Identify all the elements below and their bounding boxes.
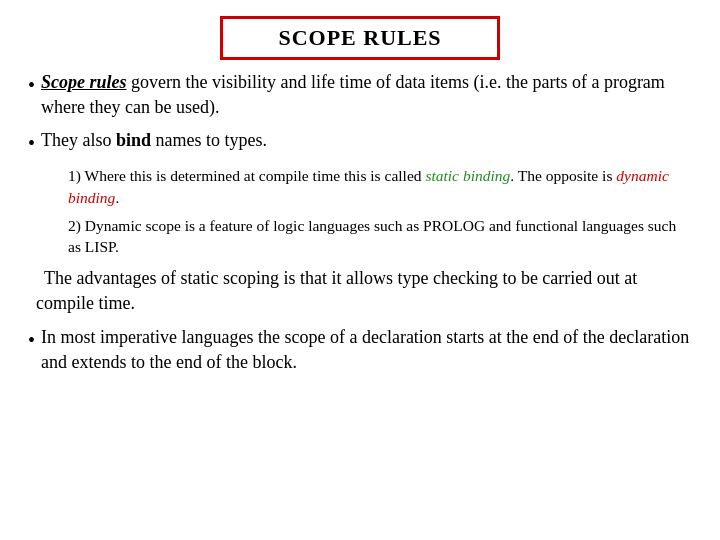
sub-item-1: 1) Where this is determined at compile t… (68, 165, 692, 208)
sub-items: 1) Where this is determined at compile t… (68, 165, 692, 258)
static-binding-text: static binding (425, 167, 510, 184)
bullet-dot-1: • (28, 71, 35, 99)
advantages-block: The advantages of static scoping is that… (28, 266, 692, 316)
advantages-text: The advantages of static scoping is that… (36, 268, 637, 313)
bullet-text-3: In most imperative languages the scope o… (41, 325, 692, 375)
bullet1-text2: can be used). (121, 97, 220, 117)
bullet-item-1: • Scope rules govern the visibility and … (28, 70, 692, 120)
bullet-item-2: • They also bind names to types. (28, 128, 692, 157)
sub-item1-mid: . The opposite is (510, 167, 616, 184)
content-area: • Scope rules govern the visibility and … (20, 70, 700, 375)
bullet2-text2: names to types. (151, 130, 267, 150)
sub-item1-prefix: 1) Where this is determined at compile t… (68, 167, 425, 184)
bullet-dot-3: • (28, 326, 35, 354)
page-title: SCOPE RULES (278, 25, 441, 50)
scope-rules-term: Scope rules (41, 72, 127, 92)
bullet-text-2: They also bind names to types. (41, 128, 267, 153)
bullet2-bold: bind (116, 130, 151, 150)
page-container: SCOPE RULES • Scope rules govern the vis… (0, 0, 720, 540)
bullet2-text1: They also (41, 130, 116, 150)
bullet1-highlight: they (90, 97, 121, 117)
sub-item1-end: . (115, 189, 119, 206)
bullet-dot-2: • (28, 129, 35, 157)
bullet-item-3: • In most imperative languages the scope… (28, 325, 692, 375)
sub-item-2: 2) Dynamic scope is a feature of logic l… (68, 215, 692, 258)
bullet-text-1: Scope rules govern the visibility and li… (41, 70, 692, 120)
title-box: SCOPE RULES (220, 16, 500, 60)
